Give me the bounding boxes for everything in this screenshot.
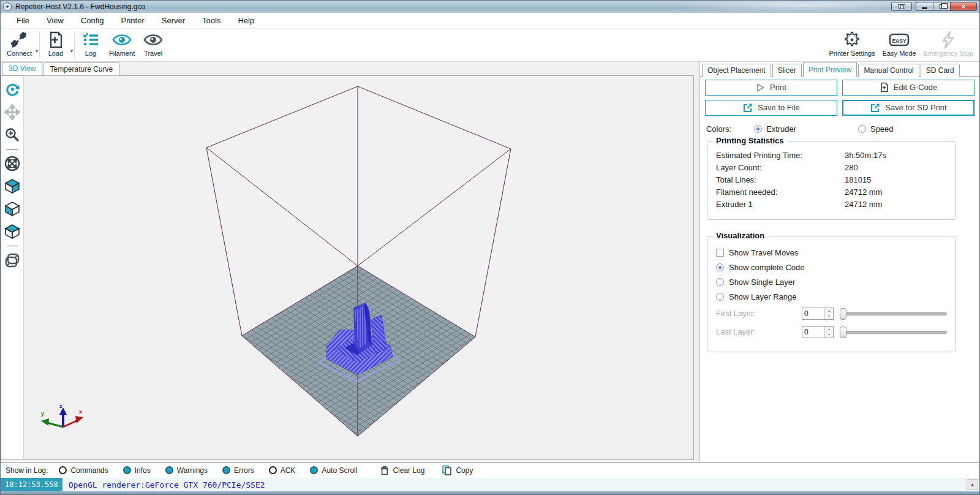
fit-view-button[interactable] — [4, 155, 21, 172]
stat-value: 181015 — [845, 175, 871, 184]
show-single-layer-option[interactable]: Show Single Layer — [716, 278, 949, 287]
menu-file[interactable]: File — [9, 14, 37, 27]
main-area: 3D View Temperature Curve — [1, 62, 979, 462]
menu-server[interactable]: Server — [154, 14, 192, 27]
log-scroll-up-button[interactable]: ▲ — [967, 479, 978, 490]
menu-printer[interactable]: Printer — [113, 14, 151, 27]
view-column: 3D View Temperature Curve — [1, 62, 694, 462]
menu-tools[interactable]: Tools — [195, 14, 228, 27]
3d-scene[interactable]: y z x — [24, 76, 693, 459]
warnings-toggle-icon[interactable] — [165, 466, 173, 474]
app-window: ✈ Repetier-Host V2.1.6 - FwdHousing.gco … — [0, 0, 980, 495]
show-travel-moves-checkbox[interactable] — [716, 249, 724, 257]
slider-thumb[interactable] — [840, 327, 846, 338]
print-button[interactable]: Print — [705, 80, 837, 96]
view-tab-row: 3D View Temperature Curve — [1, 62, 694, 75]
load-dropdown-caret[interactable]: ▾ — [70, 48, 73, 54]
tab-print-preview[interactable]: Print Preview — [803, 62, 858, 77]
infos-toggle-icon[interactable] — [123, 466, 131, 474]
travel-toggle-button[interactable]: Travel — [138, 29, 168, 61]
top-view-button[interactable] — [4, 223, 21, 240]
tab-object-placement[interactable]: Object Placement — [702, 64, 771, 77]
speed-radio[interactable] — [858, 125, 866, 133]
isometric-view-button[interactable] — [4, 178, 21, 195]
restore-button[interactable] — [933, 2, 950, 11]
projection-toggle-button[interactable] — [4, 252, 21, 269]
slider-thumb[interactable] — [840, 308, 846, 320]
show-complete-code-radio[interactable] — [716, 263, 724, 271]
minimize-button[interactable] — [916, 2, 933, 11]
log-message: OpenGL renderer:GeForce GTX 760/PCIe/SSE… — [62, 478, 265, 491]
filament-toggle-button[interactable]: Filament — [105, 29, 138, 61]
log-filter-errors[interactable]: Errors — [222, 466, 254, 475]
move-view-button[interactable] — [4, 104, 21, 121]
axis-z-label: z — [59, 403, 62, 409]
front-view-button[interactable] — [4, 200, 21, 217]
panel-splitter[interactable] — [694, 62, 699, 462]
log-filter-infos[interactable]: Infos — [123, 466, 151, 475]
printing-statistics-title: Printing Statistics — [713, 136, 787, 145]
view-tool-strip — [1, 76, 24, 459]
edit-gcode-icon — [880, 82, 889, 93]
save-for-sd-print-button[interactable]: Save for SD Print — [842, 100, 974, 116]
zoom-view-button[interactable] — [4, 126, 21, 143]
menu-config[interactable]: Config — [74, 14, 111, 27]
load-button[interactable]: Load — [41, 29, 70, 61]
tab-temperature-curve[interactable]: Temperature Curve — [43, 62, 119, 75]
first-layer-spinner[interactable]: 0 ▲▼ — [802, 308, 834, 320]
easy-mode-button[interactable]: EASY Easy Mode — [879, 29, 920, 61]
connect-plug-icon — [10, 31, 28, 49]
spinner-arrows[interactable]: ▲▼ — [824, 308, 833, 319]
clear-log-button[interactable]: Clear Log — [380, 466, 424, 475]
tab-3d-view[interactable]: 3D View — [2, 62, 42, 75]
connect-dropdown-caret[interactable]: ▾ — [36, 48, 38, 54]
log-output[interactable]: 18:12:53.558 OpenGL renderer:GeForce GTX… — [1, 478, 979, 491]
autoscroll-toggle-icon[interactable] — [310, 466, 318, 474]
stat-row: Total Lines:181015 — [716, 175, 949, 184]
last-layer-spinner[interactable]: 0 ▲▼ — [802, 326, 834, 338]
first-layer-slider[interactable] — [840, 308, 947, 320]
show-travel-moves-option[interactable]: Show Travel Moves — [716, 248, 949, 257]
window-title: Repetier-Host V2.1.6 - FwdHousing.gco — [15, 2, 145, 11]
close-button[interactable]: ✕ — [950, 2, 977, 11]
log-list-icon — [81, 31, 100, 49]
tab-slicer[interactable]: Slicer — [772, 64, 802, 77]
stat-value: 3h:50m:17s — [845, 151, 886, 160]
emergency-stop-button[interactable]: Emergency Stop — [920, 29, 977, 61]
log-toggle-button[interactable]: Log — [76, 29, 105, 61]
restore-icon — [940, 4, 944, 9]
show-single-layer-radio[interactable] — [716, 278, 724, 286]
rotate-view-button[interactable] — [4, 81, 21, 98]
tab-sd-card[interactable]: SD Card — [921, 64, 960, 77]
log-filter-ack[interactable]: ACK — [269, 466, 296, 475]
edit-gcode-button[interactable]: Edit G-Code — [842, 80, 974, 96]
last-layer-slider[interactable] — [840, 326, 947, 338]
show-layer-range-radio[interactable] — [716, 293, 724, 301]
errors-toggle-icon[interactable] — [222, 466, 230, 474]
log-toolbar: Show in Log: Commands Infos Warnings Err… — [1, 462, 979, 478]
show-layer-range-option[interactable]: Show Layer Range — [716, 292, 949, 301]
export-icon — [870, 103, 880, 113]
log-filter-warnings[interactable]: Warnings — [165, 466, 208, 475]
tab-manual-control[interactable]: Manual Control — [858, 64, 919, 77]
menu-help[interactable]: Help — [230, 14, 262, 27]
visualization-group: Visualization Show Travel Moves Show com… — [707, 236, 956, 352]
stat-row: Estimated Printing Time:3h:50m:17s — [716, 151, 949, 160]
save-to-file-button[interactable]: Save to File — [705, 100, 837, 116]
connect-button[interactable]: Connect — [3, 29, 36, 61]
show-complete-code-option[interactable]: Show complete Code — [716, 263, 949, 272]
commands-toggle-icon[interactable] — [59, 466, 67, 474]
extruder-radio[interactable] — [754, 125, 762, 133]
log-filter-commands[interactable]: Commands — [59, 466, 108, 475]
app-icon: ✈ — [3, 2, 12, 11]
colors-speed-option[interactable]: Speed — [858, 124, 894, 134]
titlebar-extra-button[interactable] — [891, 2, 912, 11]
ack-toggle-icon[interactable] — [269, 466, 277, 474]
menu-view[interactable]: View — [39, 14, 71, 27]
colors-extruder-option[interactable]: Extruder — [754, 124, 858, 134]
copy-log-button[interactable]: Copy — [442, 465, 473, 475]
log-autoscroll-toggle[interactable]: Auto Scroll — [310, 466, 357, 475]
axis-x-label: x — [79, 409, 82, 415]
spinner-arrows[interactable]: ▲▼ — [824, 327, 833, 338]
printer-settings-button[interactable]: Printer Settings — [825, 29, 878, 61]
